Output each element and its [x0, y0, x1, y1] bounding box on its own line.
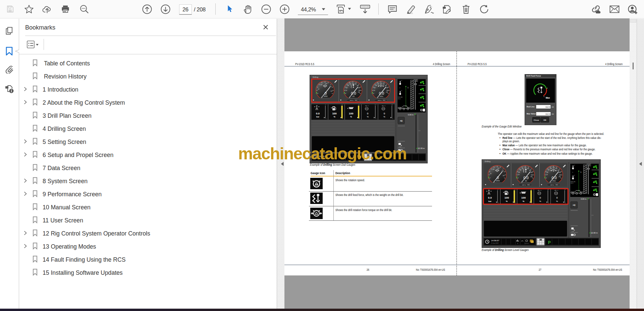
svg-text:0.00 m: 0.00 m — [408, 114, 414, 116]
svg-text:0.0: 0.0 — [316, 112, 320, 115]
svg-text:112.0: 112.0 — [545, 113, 550, 115]
svg-text:80: 80 — [522, 168, 524, 169]
svg-text:8996 480: 8996 480 — [398, 97, 402, 98]
svg-text:bar: bar — [316, 116, 320, 118]
svg-text:140: 140 — [529, 170, 531, 171]
svg-text:tf: tf — [574, 175, 575, 176]
svg-text:120: 120 — [527, 168, 529, 169]
svg-text:+0: +0 — [400, 120, 402, 122]
svg-text:0: 0 — [384, 112, 385, 115]
svg-text:0.00 m: 0.00 m — [581, 198, 586, 200]
svg-text:Red Line: Red Line — [527, 106, 535, 108]
svg-text:0.5: 0.5 — [419, 130, 420, 132]
svg-text:12.00 m: 12.00 m — [418, 147, 425, 149]
svg-text:0: 0 — [367, 112, 369, 115]
svg-text:kNm: kNm — [552, 180, 556, 182]
svg-text:100: 100 — [492, 169, 494, 170]
svg-text:Drilling: Drilling — [485, 161, 490, 163]
svg-text:160: 160 — [530, 172, 532, 173]
svg-text:112.0: 112.0 — [545, 106, 550, 108]
svg-text:0.5: 0.5 — [592, 215, 593, 216]
svg-text:Max: Max — [546, 97, 550, 99]
svg-text:200: 200 — [530, 176, 532, 177]
svg-text:100: 100 — [332, 112, 337, 115]
svg-text:kN: kN — [552, 106, 554, 108]
svg-text:kN: kN — [415, 81, 417, 82]
svg-text:60: 60 — [548, 169, 549, 171]
svg-text:40: 40 — [547, 172, 548, 173]
svg-text:60: 60 — [520, 169, 521, 171]
svg-text:100: 100 — [375, 104, 376, 106]
svg-text:150: 150 — [497, 168, 499, 169]
svg-text:297.0: 297.0 — [522, 184, 526, 186]
svg-text:kN: kN — [588, 165, 589, 166]
svg-text:bar: bar — [556, 184, 558, 186]
svg-text:000-1: 000-1 — [398, 98, 401, 100]
svg-text:0.0: 0.0 — [523, 176, 528, 180]
svg-text:P: P — [548, 240, 551, 245]
svg-text:20: 20 — [546, 174, 548, 176]
svg-text:14:56:57: 14:56:57 — [491, 240, 499, 242]
svg-text:100: 100 — [358, 104, 360, 106]
svg-text:0.00: 0.00 — [572, 231, 574, 232]
svg-text:11 Jan 2019: 11 Jan 2019 — [491, 243, 499, 244]
svg-text:RPM: RPM — [496, 180, 500, 182]
svg-text:100: 100 — [525, 168, 527, 169]
svg-text:160: 160 — [559, 172, 561, 173]
svg-text:bar: bar — [528, 184, 530, 186]
svg-text:tf: tf — [401, 80, 402, 82]
svg-text:80: 80 — [550, 168, 552, 169]
svg-text:OK: OK — [543, 119, 547, 121]
svg-text:%: % — [367, 116, 369, 118]
svg-text:12.00 m: 12.00 m — [591, 232, 598, 234]
svg-text:1: 1 — [580, 171, 581, 173]
svg-text:100: 100 — [553, 168, 555, 169]
svg-text:200: 200 — [501, 170, 504, 172]
svg-text:8996 480: 8996 480 — [571, 181, 575, 183]
svg-text:kN: kN — [552, 113, 554, 115]
svg-text:0: 0 — [497, 176, 499, 180]
svg-text:40: 40 — [519, 172, 520, 173]
svg-text:0.0: 0.0 — [552, 176, 557, 180]
svg-text:180: 180 — [559, 174, 561, 176]
svg-text:+0: +0 — [573, 204, 575, 207]
svg-text:250: 250 — [502, 175, 505, 176]
svg-text:kN: kN — [525, 180, 527, 182]
svg-text:Close: Close — [534, 119, 539, 121]
svg-text:120: 120 — [555, 168, 557, 169]
svg-text:1: 1 — [408, 87, 409, 89]
svg-text:Drill Feed Force: Drill Feed Force — [526, 75, 541, 77]
svg-text:00:00:00: 00:00:00 — [525, 243, 529, 245]
svg-text:297.0: 297.0 — [550, 184, 554, 186]
svg-text:180: 180 — [531, 174, 533, 176]
svg-text:tf: tf — [574, 165, 575, 166]
svg-text:100: 100 — [349, 112, 354, 115]
svg-text:tf: tf — [401, 90, 402, 92]
svg-text:20: 20 — [518, 174, 520, 176]
svg-text:100: 100 — [341, 104, 343, 106]
svg-text:Drilling: Drilling — [313, 76, 318, 78]
svg-text:50: 50 — [490, 173, 491, 174]
svg-text:200: 200 — [558, 176, 561, 177]
svg-text:000-1: 000-1 — [571, 183, 574, 184]
svg-text:%: % — [383, 116, 385, 118]
svg-text:10: 10 — [325, 104, 326, 106]
svg-text:%: % — [333, 116, 335, 118]
svg-text:Max Value: Max Value — [527, 113, 536, 115]
svg-text:100: 100 — [391, 104, 393, 106]
svg-text:140: 140 — [557, 170, 559, 171]
svg-text:%: % — [350, 116, 352, 118]
